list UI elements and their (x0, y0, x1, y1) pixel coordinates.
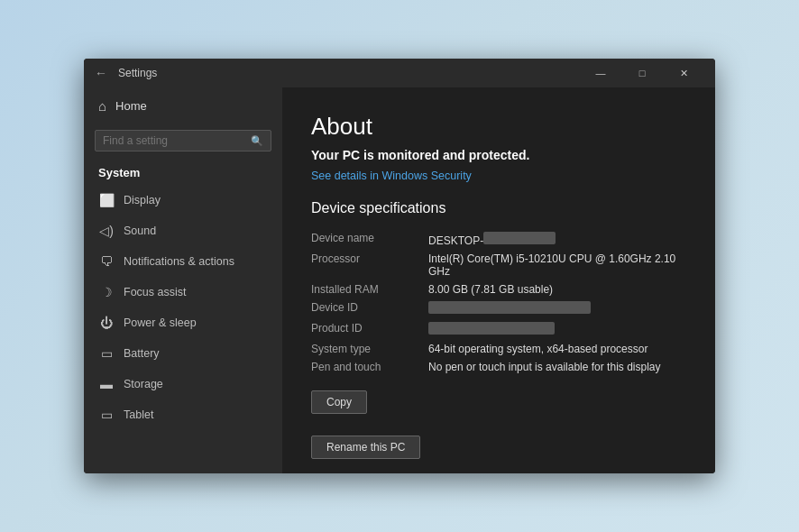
blurred-device-id (428, 301, 591, 314)
sidebar-home-label: Home (115, 99, 147, 113)
spec-row-system-type: System type 64-bit operating system, x64… (311, 340, 686, 358)
spec-value (428, 301, 686, 316)
spec-label: Product ID (311, 322, 428, 337)
copy-button[interactable]: Copy (311, 390, 367, 414)
search-icon: 🔍 (251, 135, 263, 147)
sidebar-item-tablet[interactable]: ▭ Tablet (84, 399, 282, 430)
storage-icon: ▬ (98, 377, 115, 391)
spec-row-product-id: Product ID (311, 319, 686, 340)
sidebar-item-label: Storage (124, 378, 163, 390)
spec-label: Installed RAM (311, 283, 428, 296)
main-content: About Your PC is monitored and protected… (282, 87, 715, 473)
sidebar-item-label: Tablet (124, 408, 153, 421)
sidebar: ⌂ Home 🔍 System ⬜ Display ◁) Sound 🗨 Not… (84, 87, 282, 473)
home-icon: ⌂ (98, 98, 106, 114)
protection-status: Your PC is monitored and protected. (311, 148, 686, 162)
settings-window: ← Settings — □ ✕ ⌂ Home 🔍 System ⬜ Displ… (84, 59, 715, 473)
battery-icon: ▭ (98, 346, 115, 361)
rename-button[interactable]: Rename this PC (311, 436, 420, 459)
sidebar-item-label: Sound (124, 225, 156, 237)
sidebar-item-label: Power & sleep (124, 316, 197, 329)
spec-value: 64-bit operating system, x64-based proce… (428, 343, 686, 355)
window-title: Settings (118, 67, 580, 79)
back-button[interactable]: ← (95, 66, 107, 80)
sidebar-item-display[interactable]: ⬜ Display (84, 185, 282, 216)
spec-label: Pen and touch (311, 361, 428, 373)
sidebar-item-notifications[interactable]: 🗨 Notifications & actions (84, 246, 282, 277)
sidebar-item-label: Focus assist (124, 286, 186, 298)
display-icon: ⬜ (98, 193, 115, 207)
sidebar-system-header: System (84, 161, 282, 185)
spec-value: DESKTOP- (428, 232, 686, 247)
blurred-product-id (428, 322, 555, 335)
spec-value (428, 322, 686, 337)
search-input[interactable] (103, 134, 251, 147)
windows-specs-header[interactable]: Windows specifications (311, 472, 686, 473)
spec-label: System type (311, 343, 428, 355)
device-specs-title: Device specifications (311, 200, 686, 216)
spec-value: Intel(R) Core(TM) i5-10210U CPU @ 1.60GH… (428, 252, 686, 278)
spec-label: Device name (311, 232, 428, 247)
spec-table: Device name DESKTOP- Processor Intel(R) … (311, 229, 686, 376)
sidebar-item-label: Display (124, 194, 161, 206)
window-controls: — □ ✕ (580, 59, 704, 87)
sound-icon: ◁) (98, 224, 115, 238)
sidebar-item-sound[interactable]: ◁) Sound (84, 216, 282, 246)
spec-row-device-name: Device name DESKTOP- (311, 229, 686, 250)
spec-value: 8.00 GB (7.81 GB usable) (428, 283, 686, 296)
close-button[interactable]: ✕ (663, 59, 704, 87)
sidebar-item-power[interactable]: ⏻ Power & sleep (84, 307, 282, 338)
spec-label: Device ID (311, 301, 428, 316)
security-link[interactable]: See details in Windows Security (311, 170, 686, 182)
spec-row-processor: Processor Intel(R) Core(TM) i5-10210U CP… (311, 250, 686, 280)
spec-label: Processor (311, 252, 428, 278)
sidebar-item-focus[interactable]: ☽ Focus assist (84, 277, 282, 307)
minimize-button[interactable]: — (580, 59, 621, 87)
page-title: About (311, 113, 686, 141)
spec-value: No pen or touch input is available for t… (428, 361, 686, 373)
blurred-device-name (483, 232, 556, 244)
maximize-button[interactable]: □ (621, 59, 663, 87)
focus-icon: ☽ (98, 285, 115, 299)
sidebar-item-label: Notifications & actions (124, 255, 234, 268)
sidebar-item-label: Battery (124, 347, 160, 360)
spec-row-pen-touch: Pen and touch No pen or touch input is a… (311, 358, 686, 376)
window-body: ⌂ Home 🔍 System ⬜ Display ◁) Sound 🗨 Not… (84, 87, 715, 473)
sidebar-item-home[interactable]: ⌂ Home (84, 87, 282, 124)
spec-row-ram: Installed RAM 8.00 GB (7.81 GB usable) (311, 280, 686, 298)
sidebar-item-storage[interactable]: ▬ Storage (84, 369, 282, 399)
search-box[interactable]: 🔍 (95, 130, 271, 151)
tablet-icon: ▭ (98, 408, 115, 422)
notifications-icon: 🗨 (98, 254, 115, 269)
power-icon: ⏻ (98, 316, 115, 330)
spec-row-device-id: Device ID (311, 298, 686, 319)
sidebar-item-battery[interactable]: ▭ Battery (84, 338, 282, 369)
title-bar: ← Settings — □ ✕ (84, 59, 715, 87)
